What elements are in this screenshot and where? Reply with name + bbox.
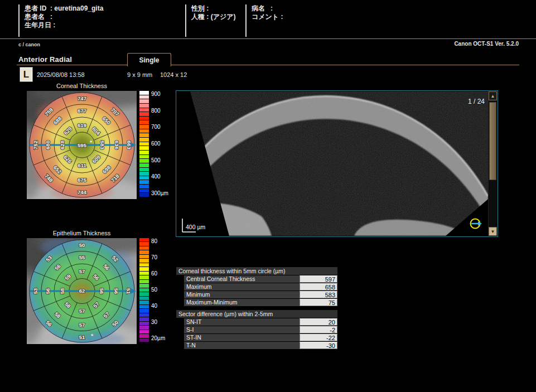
colorbar-segment	[139, 309, 149, 312]
map-sector-value: 611	[78, 162, 86, 168]
oct-bscan-viewer[interactable]: 1 / 24 400 µm ▲ ▼	[176, 90, 498, 237]
map-sector-value: 677	[78, 108, 86, 114]
patient-info-column-2: 性別 : 人種 : (アジア)	[185, 4, 247, 37]
map-sector-value: 747	[78, 95, 86, 101]
oct-frame-scrollbar[interactable]: ▲ ▼	[488, 91, 497, 236]
row-value: -30	[300, 342, 337, 349]
table-row: ST-IN -22	[176, 334, 337, 342]
colorbar-segment	[139, 129, 149, 133]
map-sector-value: 53	[32, 288, 38, 294]
patient-info-column-1: 患者 ID : euretina09_gita 患者名 : 生年月日 :	[18, 4, 186, 37]
row-value: 583	[300, 291, 337, 298]
colorbar-segment	[139, 292, 149, 296]
colorbar-segment	[139, 246, 149, 250]
colorbar-segment	[139, 263, 149, 267]
map-sector-value: 57	[79, 308, 85, 314]
colorbar-segment	[139, 138, 149, 142]
map-sector-value: 619	[78, 122, 86, 128]
colorbar-segment	[139, 120, 149, 124]
tab-single-label: Single	[139, 56, 159, 64]
colorbar-segment	[139, 104, 149, 108]
patient-id: 患者 ID : euretina09_gita	[25, 4, 186, 13]
table-row: Central Corneal Thickness 597	[176, 275, 337, 283]
epithelium-map-title: Epithelium Thickness	[27, 230, 137, 236]
colorbar-segment	[139, 272, 149, 275]
star-marker-icon: ★	[90, 333, 94, 337]
map-sector-value: 56	[113, 288, 119, 294]
colorbar-segment	[139, 176, 149, 180]
corneal-map-values: 5956196045836096116266286296776506366986…	[32, 95, 132, 195]
row-label: T-N	[184, 342, 300, 349]
table-header: Corneal thickness within 5mm circle (µm)	[176, 267, 337, 275]
patient-race: 人種 : (アジア)	[191, 13, 247, 21]
map-sector-value: 56	[44, 288, 50, 294]
colorbar-segment	[139, 301, 149, 304]
corneal-map-title: Corneal Thickness	[27, 83, 137, 89]
map-sector-value: 55	[79, 254, 85, 260]
scale-bar-label: 400 µm	[186, 224, 205, 230]
map-sector-value: 51	[125, 288, 132, 294]
patient-sex: 性別 :	[191, 4, 247, 13]
row-label: S-I	[184, 326, 300, 333]
colorbar-segment	[139, 163, 149, 167]
colorbar-segment	[139, 330, 149, 333]
colorbar-segment	[139, 168, 149, 172]
colorbar-tick-label: 400	[151, 173, 161, 180]
colorbar-segment	[139, 95, 149, 99]
tab-underline	[17, 65, 519, 65]
table-row: Maximum-Minimum 75	[176, 299, 337, 307]
patient-name: 患者名 :	[25, 13, 186, 21]
page-title: Anterior Radial	[18, 55, 72, 64]
colorbar-segment	[139, 159, 149, 163]
table-row: Minimum 583	[176, 291, 337, 299]
colorbar-tick-label: 600	[151, 141, 161, 147]
scrollbar-thumb[interactable]	[489, 102, 496, 180]
map-sector-value: 57	[79, 268, 85, 274]
scroll-down-icon[interactable]: ▼	[489, 227, 497, 236]
tab-single[interactable]: Single	[127, 53, 171, 66]
epithelium-map-values: 6257565657575858595556565757585656505251…	[32, 242, 132, 340]
colorbar-segment	[139, 112, 149, 116]
colorbar-segment	[139, 275, 149, 279]
colorbar-segment	[139, 280, 149, 283]
colorbar-segment	[139, 326, 149, 329]
colorbar-segment	[139, 91, 149, 95]
colorbar-tick-label: 800	[151, 108, 161, 114]
colorbar-tick-label: 60	[151, 270, 157, 277]
scan-datetime: 2025/08/08 13:58	[37, 71, 85, 78]
colorbar-tick-label: 300µm	[151, 190, 168, 197]
colorbar-segment	[139, 108, 149, 112]
oct-bscan-image[interactable]: 1 / 24 400 µm	[177, 91, 488, 236]
map-sector-value: 680	[45, 141, 51, 149]
table-row: S-I -2	[176, 326, 337, 334]
scroll-up-icon[interactable]: ▲	[489, 91, 497, 100]
row-label: Maximum	[184, 283, 300, 291]
colorbar-segment	[139, 151, 149, 154]
colorbar-tick-label: 70	[151, 254, 157, 261]
corneal-colorbar	[139, 91, 149, 197]
map-sector-value: 57	[79, 322, 85, 328]
colorbar-segment	[139, 284, 149, 287]
colorbar-tick-label: 700	[151, 124, 161, 130]
row-value: 20	[300, 318, 337, 326]
header-divider	[0, 38, 536, 39]
colorbar-segment	[139, 255, 149, 258]
colorbar-segment	[139, 180, 149, 184]
map-sector-value: 58	[59, 288, 65, 294]
patient-comment: コメント :	[252, 13, 318, 21]
colorbar-segment	[139, 334, 149, 337]
map-sector-value: 50	[79, 242, 85, 248]
row-value: -2	[300, 326, 337, 333]
colorbar-segment	[139, 146, 149, 150]
map-sector-value: 595	[78, 142, 87, 148]
map-sector-value: 56	[99, 288, 105, 294]
colorbar-segment	[139, 133, 149, 137]
eye-laterality-badge: L	[20, 67, 32, 81]
colorbar-segment	[139, 193, 149, 197]
colorbar-segment	[139, 172, 149, 176]
map-sector-value: 62	[79, 288, 85, 294]
colorbar-tick-label: 80	[151, 238, 157, 245]
frame-counter: 1 / 24	[468, 98, 485, 105]
row-label: Minimum	[184, 291, 300, 298]
colorbar-segment	[139, 297, 149, 300]
